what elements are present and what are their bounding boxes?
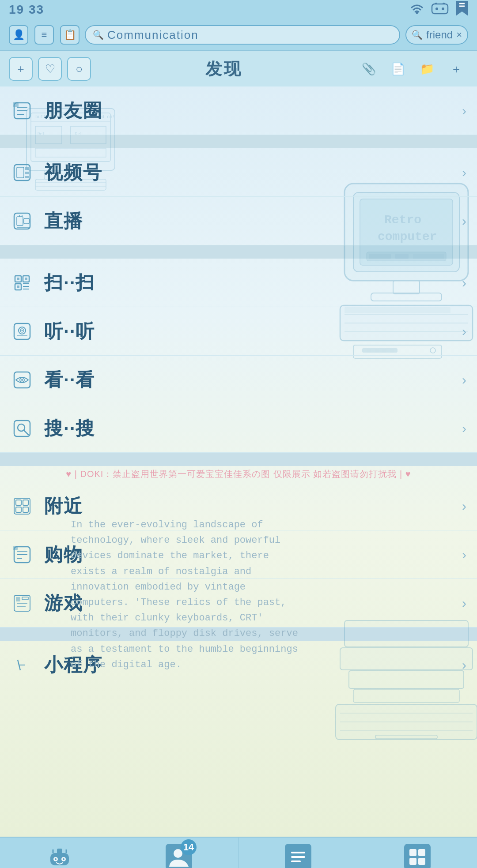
games-chevron: › — [462, 596, 466, 611]
main-content: button to click turned on! Del Del Retro… — [0, 86, 477, 837]
nav-icons-left: 👤 ≡ 📋 — [9, 25, 80, 45]
svg-point-2 — [435, 8, 438, 10]
heart-btn[interactable]: ♡ — [38, 57, 62, 81]
svg-point-104 — [55, 858, 57, 860]
tab-me[interactable]: 子 — [358, 838, 477, 868]
contacts-badge: 14 — [181, 839, 197, 855]
plus-btn[interactable]: ＋ — [444, 57, 468, 81]
svg-rect-118 — [409, 858, 416, 865]
svg-point-68 — [22, 330, 23, 331]
menu-item-search-feature[interactable]: 搜··搜 › — [0, 404, 477, 453]
look-chevron: › — [462, 372, 466, 387]
games-label: 游戏 — [44, 591, 451, 616]
menu-item-live[interactable]: 直播 › — [0, 197, 477, 245]
svg-rect-78 — [23, 500, 28, 505]
svg-rect-101 — [50, 853, 69, 865]
tab-chat[interactable]: ·𖡡· — [0, 838, 119, 868]
doc-icon-btn[interactable]: 📋 — [60, 25, 80, 45]
wifi-icon — [410, 3, 424, 16]
svg-rect-100 — [375, 735, 437, 739]
menu-item-listen[interactable]: 听··听 › — [0, 307, 477, 356]
friends-circle-label: 朋友圈 — [44, 98, 451, 123]
discover-icon — [285, 844, 311, 868]
svg-rect-85 — [13, 546, 18, 550]
svg-rect-117 — [418, 849, 425, 856]
search-circle-btn[interactable]: ○ — [67, 57, 91, 81]
listen-label: 听··听 — [44, 319, 451, 344]
group-gap-3 — [0, 453, 477, 466]
person-icon-btn[interactable]: 👤 — [9, 25, 28, 45]
layers-icon-btn[interactable]: ≡ — [34, 25, 54, 45]
menu-item-shopping[interactable]: 购物 › — [0, 530, 477, 579]
look-label: 看··看 — [44, 368, 451, 392]
menu-item-nearby[interactable]: 附近 › — [0, 482, 477, 530]
group-gap-4 — [0, 628, 477, 641]
live-icon — [11, 210, 34, 233]
status-time: 19 33 — [9, 3, 44, 17]
svg-rect-48 — [25, 172, 29, 174]
discover-icon-area — [282, 841, 314, 868]
svg-rect-76 — [14, 498, 30, 514]
file-btn[interactable]: 📄 — [386, 57, 410, 81]
video-channel-chevron: › — [462, 165, 466, 180]
nearby-label: 附近 — [44, 494, 451, 519]
friends-circle-icon — [11, 99, 34, 122]
group-gap-2 — [0, 245, 477, 259]
menu-item-games[interactable]: 游戏 › — [0, 579, 477, 628]
bottom-tab-bar: ·𖡡· 14 个 — [0, 837, 477, 868]
shopping-icon — [11, 543, 34, 566]
svg-rect-47 — [25, 167, 29, 170]
me-icon — [404, 844, 431, 868]
svg-rect-65 — [14, 323, 30, 339]
search-bar-main[interactable]: 🔍 Communication — [85, 25, 400, 45]
group-gap-1 — [0, 135, 477, 148]
live-label: 直播 — [44, 209, 451, 233]
folder-star-btn[interactable]: 📁 — [415, 57, 439, 81]
paperclip-btn[interactable]: 📎 — [357, 57, 381, 81]
status-icons — [410, 1, 468, 19]
close-tab-btn[interactable]: × — [456, 29, 462, 41]
menu-item-miniprogram[interactable]: 小程序 › — [0, 641, 477, 689]
tab-discover[interactable]: 禾 — [239, 838, 358, 868]
chat-avatar-icon — [49, 847, 71, 868]
search-feature-icon — [11, 417, 34, 440]
nearby-chevron: › — [462, 499, 466, 514]
svg-rect-87 — [16, 597, 20, 601]
search-text-main: Communication — [107, 28, 199, 42]
svg-rect-79 — [16, 507, 21, 512]
tab-contacts[interactable]: 14 个 — [119, 838, 238, 868]
svg-rect-59 — [25, 278, 27, 280]
svg-rect-44 — [13, 102, 19, 107]
search-feature-chevron: › — [462, 421, 466, 436]
nearby-icon — [11, 495, 34, 518]
svg-rect-77 — [16, 500, 21, 505]
svg-rect-115 — [406, 845, 429, 868]
scan-label: 扫··扫 — [44, 271, 451, 295]
watermark: ♥ | DOKI：禁止盗用世界第一可爱宝宝佳佳系の图 仅限展示 如若盗图请勿打扰… — [66, 468, 411, 480]
menu-item-friends-circle[interactable]: 朋友圈 › — [0, 86, 477, 135]
svg-rect-46 — [17, 167, 24, 178]
miniprogram-label: 小程序 — [44, 653, 451, 677]
scan-chevron: › — [462, 275, 466, 290]
look-icon — [11, 368, 34, 391]
svg-rect-1 — [432, 4, 448, 14]
listen-chevron: › — [462, 324, 466, 339]
listen-icon — [11, 320, 34, 343]
svg-point-72 — [21, 379, 23, 381]
bookmark-icon — [456, 1, 468, 19]
search-bar-secondary[interactable]: 🔍 friend × — [405, 25, 468, 45]
device-icon — [431, 2, 449, 17]
svg-point-3 — [442, 8, 444, 10]
scan-icon — [11, 271, 34, 294]
friends-circle-chevron: › — [462, 103, 466, 118]
sub-nav: + ♡ ○ 发现 📎 📄 📁 ＋ — [0, 51, 477, 86]
sub-nav-right: 📎 📄 📁 ＋ — [357, 57, 468, 81]
live-chevron: › — [462, 214, 466, 229]
svg-rect-52 — [24, 218, 29, 224]
add-btn[interactable]: + — [9, 57, 33, 81]
menu-item-scan[interactable]: 扫··扫 › — [0, 259, 477, 307]
menu-item-look[interactable]: 看··看 › — [0, 356, 477, 404]
svg-rect-95 — [353, 689, 459, 703]
svg-rect-61 — [17, 286, 19, 288]
menu-item-video-channel[interactable]: 视频号 › — [0, 148, 477, 197]
